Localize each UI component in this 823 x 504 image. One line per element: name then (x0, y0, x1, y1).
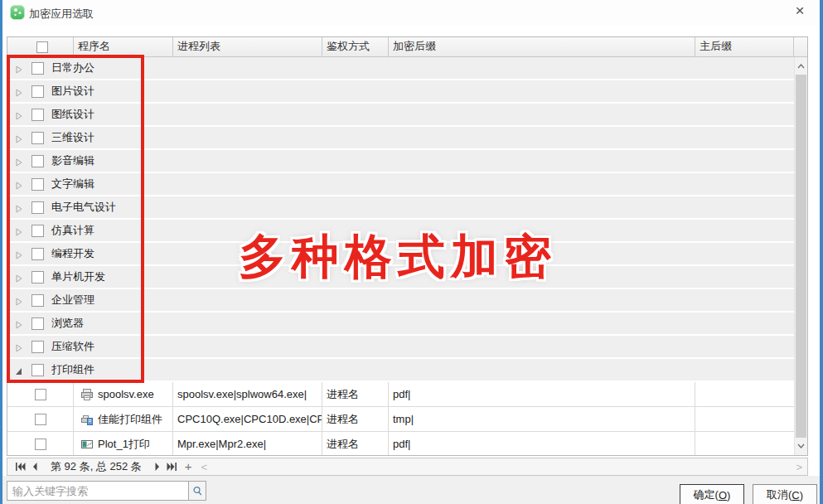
table-row-plot1-print[interactable]: Plot_1打印 Mpr.exe|Mpr2.exe| 进程名 pdf| (7, 432, 794, 455)
tree-checkbox[interactable] (31, 178, 44, 191)
scrollbar-thumb[interactable] (796, 75, 806, 438)
row-checkbox[interactable] (35, 439, 46, 450)
header-scrollbar-stub (794, 37, 806, 56)
table-row-spoolsv[interactable]: spoolsv.exe spoolsv.exe|splwow64.exe| 进程… (7, 382, 794, 407)
process-list-cell: Mpr.exe|Mpr2.exe| (173, 432, 322, 455)
add-row-icon[interactable]: + (185, 459, 192, 473)
tree-item-drawing-design[interactable]: 图纸设计 (7, 104, 794, 127)
next-page-icon[interactable] (150, 460, 165, 473)
enc-suffix-cell: pdf| (389, 382, 695, 406)
expand-collapsed-icon[interactable] (15, 273, 23, 281)
pagination-bar: 第 92 条, 总 252 条 + < > (7, 458, 808, 476)
expand-collapsed-icon[interactable] (15, 203, 23, 211)
tree-item-label: 单片机开发 (51, 269, 105, 284)
hscroll-right-icon[interactable]: > (796, 461, 802, 473)
row-checkbox[interactable] (35, 389, 46, 400)
tree-item-browser[interactable]: 浏览器 (7, 313, 794, 336)
plot-print-icon (80, 438, 94, 451)
tree-item-av-editing[interactable]: 影音编辑 (7, 150, 794, 173)
column-header-processes[interactable]: 进程列表 (173, 37, 322, 56)
tree-item-3d-design[interactable]: 三维设计 (7, 127, 794, 150)
tree-item-mcu-dev[interactable]: 单片机开发 (7, 266, 794, 289)
tree-item-enterprise-mgmt[interactable]: 企业管理 (7, 289, 794, 313)
tree-item-compression[interactable]: 压缩软件 (7, 336, 794, 359)
tree-checkbox[interactable] (31, 85, 44, 98)
expand-collapsed-icon[interactable] (15, 157, 23, 165)
tree-checkbox[interactable] (31, 132, 44, 144)
tree-checkbox[interactable] (31, 109, 44, 121)
tree-checkbox[interactable] (31, 341, 44, 353)
expand-collapsed-icon[interactable] (15, 319, 23, 327)
expand-collapsed-icon[interactable] (15, 133, 23, 142)
tree-checkbox[interactable] (31, 62, 44, 75)
table-row-canon-print[interactable]: 佳能打印组件 CPC10Q.exe|CPC10D.exe|CP... 进程名 t… (7, 407, 794, 432)
application-grid: 程序名 进程列表 鉴权方式 加密后缀 主后缀 日常办公 图片设计 图纸设计 三维… (7, 36, 808, 456)
prev-page-icon[interactable] (27, 460, 42, 473)
program-name-cell: Plot_1打印 (74, 432, 173, 455)
ok-label-post: ) (727, 489, 730, 502)
ok-label-pre: 确定( (694, 487, 719, 502)
expand-collapsed-icon[interactable] (15, 226, 23, 235)
select-all-cell (7, 37, 74, 56)
tree-item-daily-office[interactable]: 日常办公 (7, 57, 794, 80)
expand-collapsed-icon[interactable] (15, 64, 23, 72)
main-suffix-cell (695, 407, 794, 431)
tree-checkbox[interactable] (31, 248, 44, 260)
vertical-scrollbar[interactable] (794, 57, 807, 455)
column-header-auth[interactable]: 鉴权方式 (322, 37, 389, 56)
program-name-cell: spoolsv.exe (74, 382, 173, 406)
select-all-checkbox[interactable] (36, 41, 48, 53)
enc-suffix-cell: tmp| (389, 407, 695, 431)
tree-item-simulation[interactable]: 仿真计算 (7, 220, 794, 243)
tree-checkbox[interactable] (31, 155, 44, 167)
program-name: 佳能打印组件 (98, 412, 162, 427)
canon-printer-icon (80, 413, 94, 426)
expand-collapsed-icon[interactable] (15, 250, 23, 258)
expand-collapsed-icon[interactable] (15, 342, 23, 351)
program-name-cell: 佳能打印组件 (74, 407, 173, 431)
cancel-label-key: C (792, 489, 799, 502)
tree-item-label: 仿真计算 (51, 223, 94, 238)
app-logo-icon (10, 5, 25, 20)
row-checkbox[interactable] (35, 414, 46, 425)
row-checkbox-cell (7, 407, 74, 431)
tree-checkbox[interactable] (31, 201, 44, 214)
search-button[interactable] (188, 481, 206, 501)
cancel-button[interactable]: 取消(C) (753, 484, 817, 504)
ok-label-key: O (719, 489, 727, 502)
tree-item-image-design[interactable]: 图片设计 (7, 80, 794, 104)
close-icon[interactable]: × (785, 0, 815, 23)
tree-item-label: 文字编辑 (51, 177, 94, 191)
last-page-icon[interactable] (165, 460, 180, 473)
tree-item-electronics-design[interactable]: 电子电气设计 (7, 196, 794, 220)
scroll-down-icon[interactable] (795, 439, 807, 453)
expand-expanded-icon[interactable] (15, 366, 23, 374)
expand-collapsed-icon[interactable] (15, 180, 23, 188)
expand-collapsed-icon[interactable] (15, 87, 23, 95)
search-input[interactable] (7, 481, 189, 501)
tree-checkbox[interactable] (31, 271, 44, 284)
expand-collapsed-icon[interactable] (15, 296, 23, 304)
column-header-program[interactable]: 程序名 (74, 37, 173, 56)
tree-item-text-editing[interactable]: 文字编辑 (7, 173, 794, 196)
tree-checkbox[interactable] (31, 294, 44, 307)
tree-checkbox[interactable] (31, 225, 44, 237)
tree-checkbox[interactable] (31, 364, 44, 376)
ok-button[interactable]: 确定(O) (680, 484, 744, 504)
window-title: 加密应用选取 (29, 7, 94, 22)
program-name: Plot_1打印 (98, 437, 150, 452)
tree-item-label: 三维设计 (51, 130, 94, 145)
tree-checkbox[interactable] (31, 317, 44, 330)
tree-item-label: 企业管理 (51, 293, 94, 308)
row-checkbox-cell (7, 432, 74, 455)
hscroll-left-icon[interactable]: < (201, 461, 208, 473)
column-header-enc-suffix[interactable]: 加密后缀 (389, 37, 695, 56)
column-header-main-suffix[interactable]: 主后缀 (695, 37, 794, 56)
tree-item-print-components[interactable]: 打印组件 (7, 359, 794, 382)
tree-item-programming[interactable]: 编程开发 (7, 243, 794, 266)
first-page-icon[interactable] (12, 460, 27, 473)
tree-item-label: 浏览器 (51, 316, 84, 331)
row-checkbox-cell (7, 382, 74, 406)
expand-collapsed-icon[interactable] (15, 110, 23, 119)
scroll-up-icon[interactable] (795, 59, 807, 74)
